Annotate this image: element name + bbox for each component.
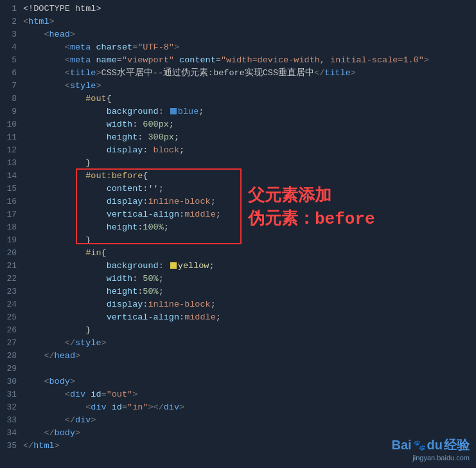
code-line: 2<html> [0,15,476,28]
line-number: 5 [0,54,23,67]
line-number: 34 [0,427,23,440]
token-tag-bracket: > [179,402,184,412]
code-line: 8 #out{ [0,93,476,105]
token-punctuation: : [159,261,169,271]
line-number: 10 [0,118,23,131]
token-property: display [107,197,143,206]
token-tag-bracket: > [96,68,101,78]
token-property: height [107,132,138,142]
token-meta: CSS水平居中--通过伪元素:before实现CSS垂直居中 [101,68,315,78]
baidu-logo: Bai 🐾 du 经验 [391,437,470,454]
token-punctuation: } [85,158,91,168]
code-line: 19 } [0,234,476,247]
code-content: <body> [23,375,476,388]
token-tag: title [70,68,96,78]
token-punctuation: : [132,120,143,129]
token-punctuation: ; [159,287,164,296]
token-property: display [107,300,143,309]
token-tag: meta [70,55,91,65]
token-property: vertical-align [107,312,179,322]
token-punctuation: : [179,210,184,219]
token-tag: body [55,428,75,438]
code-content: <div id="out"> [23,388,476,401]
token-value-color-yellow: yellow [178,261,209,271]
token-value: middle [184,312,216,322]
code-content: <meta name="viewport" content="width=dev… [23,54,476,67]
code-content: <head> [23,28,476,41]
token-tag-bracket: </ [314,68,324,78]
token-selector: #out:before [85,171,143,181]
code-line: 14 #out:before{ [0,170,476,183]
code-line: 20 #in{ [0,247,476,260]
token-property: height [107,287,138,296]
token-value-num: 50% [143,274,158,284]
line-number: 16 [0,195,23,208]
line-number: 32 [0,401,23,414]
token-punctuation: ; [179,145,184,155]
code-content: <html> [23,15,476,28]
token-tag-bracket: > [75,428,80,438]
token-plain: = [122,402,127,412]
code-line: 5 <meta name="viewport" content="width=d… [0,54,476,67]
token-punctuation: :' [143,184,153,194]
token-tag: div [70,390,85,399]
line-number: 13 [0,157,23,170]
code-content: #in{ [23,247,476,260]
code-content: <div id="in"></div> [23,401,476,414]
code-line: 18 height:100%; [0,221,476,234]
token-punctuation: ; [174,132,179,142]
code-content: vertical-align:middle; [23,311,476,324]
token-tag-bracket: > [91,415,96,425]
token-punctuation: ; [164,222,169,232]
line-number: 18 [0,221,23,234]
token-tag-bracket: > [75,351,80,361]
token-value: middle [184,210,216,219]
code-content: } [23,157,476,170]
token-tag: body [49,377,70,386]
code-line: 11 height: 300px; [0,131,476,144]
code-line: 24 display:inline-block; [0,298,476,311]
token-property: display [107,145,143,155]
code-line: 23 height:50%; [0,285,476,298]
token-attr: name [96,55,116,65]
code-line: 29 [0,363,476,375]
token-tag-bracket: > [132,390,137,399]
code-line: 27 </style> [0,337,476,350]
code-content: width: 600px; [23,118,476,131]
baidu-url: jingyan.baidu.com [412,454,470,462]
token-attr-val: "viewport" [122,55,174,65]
token-value: inline-block [148,300,210,309]
token-tag-bracket: < [65,42,70,52]
token-plain: = [216,55,221,65]
color-swatch-blue [170,108,177,114]
annotation-line2: 伪元素：before [248,206,375,231]
code-line: 1<!DOCTYPE html> [0,3,476,15]
token-punctuation: ' [154,184,159,194]
token-punctuation: ; [159,184,164,194]
token-plain: = [117,55,122,65]
token-punctuation: : [143,145,153,155]
line-number: 27 [0,337,23,350]
line-number: 20 [0,247,23,260]
annotation: 父元素添加 伪元素：before [248,183,375,231]
token-tag: title [324,68,351,78]
code-line: 17 vertical-align:middle; [0,208,476,221]
line-number: 31 [0,388,23,401]
code-line: 31 <div id="out"> [0,388,476,401]
line-number: 1 [0,3,23,15]
line-number: 4 [0,41,23,54]
token-tag-bracket: < [65,68,70,78]
code-content: display:inline-block; [23,298,476,311]
code-content: #out:before{ [23,170,476,183]
token-property: height [107,222,138,232]
line-number: 6 [0,67,23,80]
code-content: height: 300px; [23,131,476,144]
token-value-num: 600px [143,120,169,129]
token-punctuation: } [85,325,91,335]
code-content: <meta charset="UTF-8"> [23,41,476,54]
token-attr-val: "out" [107,390,133,399]
code-line: 21 background: yellow; [0,260,476,273]
code-content: } [23,234,476,247]
token-value: inline-block [148,197,210,206]
code-content: background: yellow; [23,260,476,273]
